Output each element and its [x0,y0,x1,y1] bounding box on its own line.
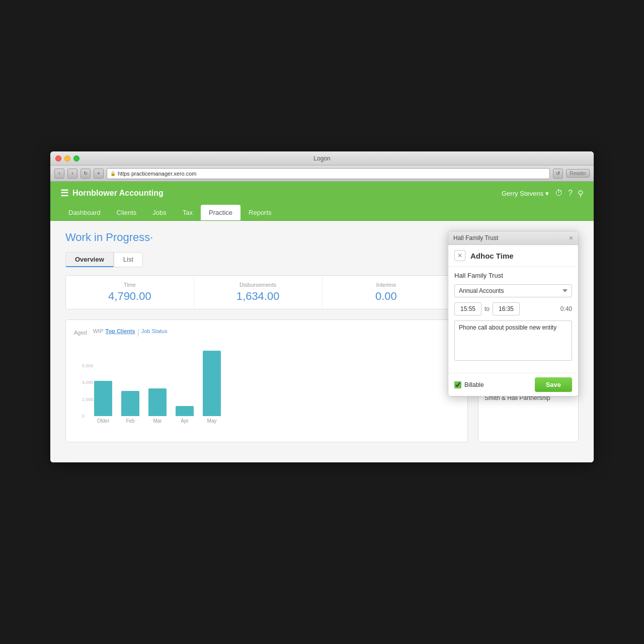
stat-disbursements: Disbursements 1,634.00 [194,276,323,309]
chart-header: Aged WIP Top Clients | Job Status [74,328,459,337]
minimize-dot[interactable] [64,155,70,162]
search-icon[interactable]: ⚲ [578,189,584,198]
time-from-input[interactable] [454,302,481,315]
nav-tax[interactable]: Tax [175,205,201,220]
browser-titlebar: Logon [50,151,594,166]
bar-feb: Feb [121,391,139,424]
browser-toolbar: ‹ › ↻ + 🔒 https practicemanager.xero.com… [50,166,594,182]
app-logo: ☰ Hornblower Accounting [60,188,164,199]
disbursements-value: 1,634.00 [204,290,312,303]
billable-checkbox[interactable] [454,381,461,388]
modal-client-name: Hall Family Trust [454,272,572,279]
bar-older-rect [94,381,112,416]
back-button[interactable]: ‹ [54,169,64,179]
bar-apr-label: Apr [181,418,189,424]
reload-button[interactable]: ↺ [553,169,563,179]
browser-dots [55,155,79,162]
clock-icon[interactable]: ⏱ [555,189,563,198]
y-label-4000: 4,000 [82,380,94,385]
modal-close-icon[interactable]: × [569,234,573,242]
bar-older-label: Older [97,418,109,424]
y-label-6000: 6,000 [82,363,94,368]
modal-footer: Billable Save [448,373,578,396]
modal-titlebar: Hall Family Trust × [448,231,578,245]
interims-value: 0.00 [333,290,440,303]
nav-dashboard[interactable]: Dashboard [60,205,109,220]
logo-text: Hornblower Accounting [72,189,164,198]
billable-text: Billable [464,381,484,388]
bar-may-rect [203,351,221,416]
help-icon[interactable]: ? [568,189,573,198]
time-to-label: to [485,305,490,312]
bar-apr: Apr [176,406,194,424]
bar-apr-rect [176,406,194,416]
y-label-0: 0 [82,414,94,419]
user-name-text: Gerry Stevens [502,190,543,197]
modal-heading: Adhoc Time [470,252,514,260]
reader-button[interactable]: Reader [566,169,590,178]
bar-feb-rect [121,391,139,416]
new-tab-button[interactable]: + [94,169,104,179]
time-label: Time [76,282,184,288]
time-value: 4,790.00 [76,290,184,303]
page-content: Work in Progress· Overview List Time 4,7… [50,221,594,462]
time-to-input[interactable] [493,302,520,315]
save-button[interactable]: Save [535,377,572,392]
lock-icon: 🔒 [110,171,116,176]
bar-feb-label: Feb [126,418,134,424]
tab-list[interactable]: List [114,252,143,267]
chart-tabs: WIP Top Clients | Job Status [93,328,168,337]
main-nav: Dashboard Clients Jobs Tax Practice Repo… [50,205,594,221]
address-bar[interactable]: 🔒 https practicemanager.xero.com [107,168,550,179]
close-dot[interactable] [55,155,61,162]
maximize-dot[interactable] [73,155,79,162]
job-dropdown[interactable]: Annual Accounts [454,284,572,297]
nav-practice[interactable]: Practice [201,205,240,220]
app-header: ☰ Hornblower Accounting Gerry Stevens ▾ … [50,182,594,205]
chart-container: Aged WIP Top Clients | Job Status 6,000 … [65,319,468,442]
stat-time: Time 4,790.00 [66,276,194,309]
chart-separator: | [137,328,139,337]
browser-title: Logon [313,155,330,162]
user-dropdown-icon: ▾ [545,190,549,197]
y-axis: 6,000 4,000 2,000 0 [82,363,94,419]
modal-x-button[interactable]: ✕ [454,250,465,261]
tab-overview[interactable]: Overview [65,252,114,267]
bar-may-label: May [207,418,217,424]
bar-chart: Older Feb Mar [74,343,459,424]
notes-textarea[interactable]: Phone call about possible new entity [454,320,572,361]
user-name[interactable]: Gerry Stevens ▾ [502,190,549,197]
nav-jobs[interactable]: Jobs [144,205,174,220]
nav-reports[interactable]: Reports [240,205,280,220]
chart-area: 6,000 4,000 2,000 0 Older [74,343,459,434]
bar-may: May [203,351,221,424]
nav-clients[interactable]: Clients [109,205,145,220]
bar-older: Older [94,381,112,424]
chart-tab-top-clients[interactable]: Top Clients [105,328,135,337]
url-text: https practicemanager.xero.com [118,171,197,177]
adhoc-time-dialog: Hall Family Trust × ✕ Adhoc Time Hall Fa… [448,231,579,396]
wip-label: WIP [93,328,104,337]
header-right: Gerry Stevens ▾ ⏱ ? ⚲ [502,189,584,198]
time-duration: 0:40 [560,305,572,312]
bar-mar-rect [148,388,167,416]
aged-label: Aged [74,330,87,336]
billable-label: Billable [454,381,484,388]
interims-label: Interims [333,282,440,288]
browser-window: Logon ‹ › ↻ + 🔒 https practicemanager.xe… [50,151,594,462]
modal-body: Hall Family Trust Annual Accounts to 0:4… [448,267,578,373]
modal-title-text: Hall Family Trust [453,234,498,242]
app-content: ☰ Hornblower Accounting Gerry Stevens ▾ … [50,182,594,462]
chart-tab-job-status[interactable]: Job Status [141,328,168,337]
time-row: to 0:40 [454,302,572,315]
y-label-2000: 2,000 [82,397,94,402]
logo-icon: ☰ [60,188,68,199]
bar-mar: Mar [148,388,167,424]
modal-header: ✕ Adhoc Time [448,245,578,267]
stat-interims: Interims 0.00 [323,276,451,309]
disbursements-label: Disbursements [204,282,312,288]
header-icons: ⏱ ? ⚲ [555,189,584,198]
bar-mar-label: Mar [153,418,162,424]
refresh-button[interactable]: ↻ [80,169,91,179]
forward-button[interactable]: › [67,169,77,179]
